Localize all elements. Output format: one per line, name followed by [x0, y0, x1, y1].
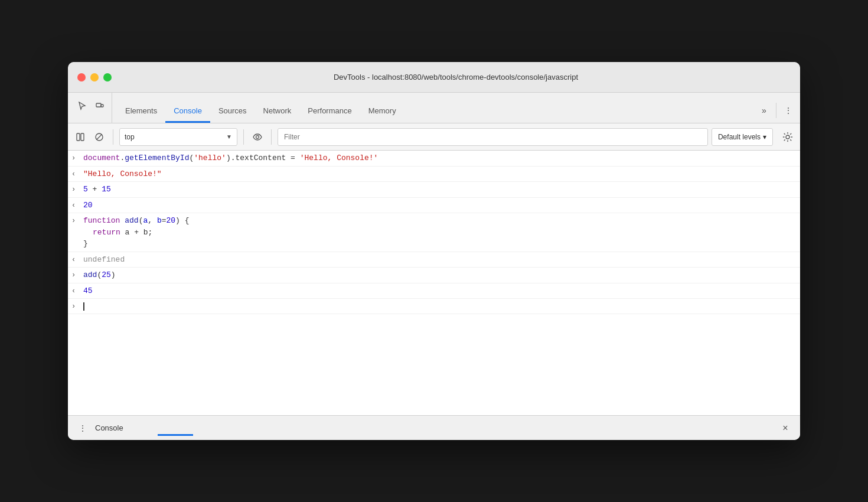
maximize-button[interactable] — [103, 73, 112, 82]
output-arrow-4: ‹ — [71, 200, 83, 211]
console-content-7: add(25) — [83, 269, 795, 281]
input-arrow-1: › — [71, 152, 83, 164]
minimize-button[interactable] — [90, 73, 99, 82]
input-cursor — [83, 302, 84, 311]
svg-line-5 — [97, 134, 102, 139]
bottom-menu-icon[interactable]: ⋮ — [75, 420, 90, 436]
svg-rect-3 — [81, 133, 84, 141]
bottom-active-indicator — [158, 434, 193, 436]
console-line-2: ‹ "Hello, Console!" — [68, 167, 800, 182]
tab-network[interactable]: Network — [255, 93, 300, 123]
toolbar-divider-2 — [243, 129, 244, 145]
console-input-line[interactable]: › — [68, 299, 800, 314]
default-levels-arrow: ▾ — [763, 133, 766, 141]
close-button[interactable] — [77, 73, 86, 82]
console-line-1: › document.getElementById('hello').textC… — [68, 151, 800, 167]
console-content-5: function add(a, b=20) { return a + b; } — [83, 215, 795, 250]
context-selector[interactable]: top ▼ — [119, 128, 237, 146]
console-toolbar: top ▼ Default levels ▾ — [68, 123, 800, 151]
console-line-6: ‹ undefined — [68, 252, 800, 268]
toolbar-divider-3 — [271, 129, 272, 145]
title-bar: DevTools - localhost:8080/web/tools/chro… — [68, 62, 800, 93]
tabs-right: » ⋮ — [757, 103, 795, 123]
bottom-bar-wrapper: ⋮ Console × — [75, 420, 793, 436]
console-line-4: ‹ 20 — [68, 198, 800, 214]
console-line-7: › add(25) — [68, 268, 800, 283]
output-arrow-6: ‹ — [71, 254, 83, 265]
bottom-bar-label: Console — [95, 423, 123, 432]
svg-point-6 — [256, 135, 259, 138]
output-arrow-2: ‹ — [71, 168, 83, 180]
tabs-left-icons — [73, 93, 112, 123]
console-line-3: › 5 + 15 — [68, 182, 800, 198]
eye-icon[interactable] — [250, 129, 265, 145]
tab-sources[interactable]: Sources — [210, 93, 255, 123]
filter-text-input[interactable] — [284, 133, 701, 141]
bottom-bar: ⋮ Console × — [68, 415, 800, 440]
svg-point-7 — [786, 135, 789, 139]
svg-rect-1 — [101, 105, 103, 107]
console-line-8: ‹ 45 — [68, 283, 800, 299]
toolbar-divider-1 — [113, 129, 113, 145]
console-content-2: "Hello, Console!" — [83, 168, 795, 180]
input-prompt: › — [71, 301, 83, 312]
console-content-1: document.getElementById('hello').textCon… — [83, 152, 795, 164]
output-arrow-8: ‹ — [71, 285, 83, 296]
cursor-icon[interactable] — [75, 99, 89, 113]
console-output[interactable]: › document.getElementById('hello').textC… — [68, 151, 800, 415]
console-content-6: undefined — [83, 254, 795, 266]
input-arrow-7: › — [71, 269, 83, 281]
clear-console-button[interactable] — [73, 129, 88, 145]
tab-console[interactable]: Console — [165, 93, 210, 123]
more-tabs-button[interactable]: » — [757, 103, 771, 118]
devtools-window: DevTools - localhost:8080/web/tools/chro… — [68, 62, 800, 440]
tab-performance[interactable]: Performance — [299, 93, 360, 123]
device-toolbar-icon[interactable] — [93, 99, 107, 113]
input-arrow-3: › — [71, 184, 83, 195]
console-line-5: › function add(a, b=20) { return a + b; … — [68, 213, 800, 252]
svg-rect-2 — [77, 133, 80, 141]
console-content-8: 45 — [83, 285, 795, 297]
context-selector-arrow: ▼ — [226, 133, 232, 140]
svg-rect-0 — [96, 103, 101, 107]
settings-button[interactable] — [780, 129, 795, 145]
devtools-menu-button[interactable]: ⋮ — [781, 103, 795, 118]
tab-elements[interactable]: Elements — [117, 93, 165, 123]
filter-input[interactable] — [278, 128, 708, 146]
window-title: DevTools - localhost:8080/web/tools/chro… — [121, 73, 791, 82]
close-drawer-button[interactable]: × — [778, 420, 793, 436]
traffic-lights — [77, 73, 112, 82]
input-arrow-5: › — [71, 215, 83, 226]
console-content-3: 5 + 15 — [83, 184, 795, 195]
default-levels-button[interactable]: Default levels ▾ — [712, 128, 773, 146]
tab-memory[interactable]: Memory — [360, 93, 404, 123]
console-content-4: 20 — [83, 200, 795, 211]
tabs-bar: Elements Console Sources Network Perform… — [68, 93, 800, 123]
ban-icon[interactable] — [92, 129, 107, 145]
